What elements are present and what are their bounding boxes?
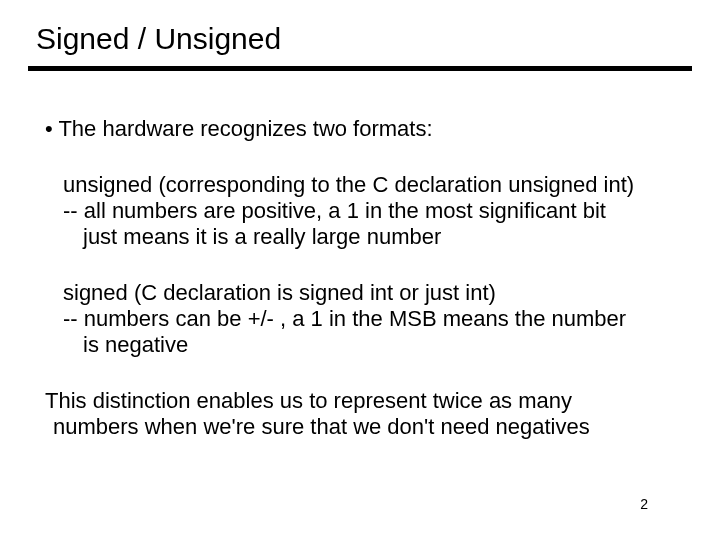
text-line: numbers when we're sure that we don't ne… [53,414,680,440]
block-signed: signed (C declaration is signed int or j… [63,280,680,358]
bullet-intro: • The hardware recognizes two formats: [45,116,680,142]
slide-body: • The hardware recognizes two formats: u… [45,116,680,440]
block-summary: This distinction enables us to represent… [45,388,680,440]
slide: Signed / Unsigned • The hardware recogni… [0,0,720,540]
text-line: -- numbers can be +/- , a 1 in the MSB m… [63,306,680,332]
text-line: unsigned (corresponding to the C declara… [63,172,680,198]
text-line: This distinction enables us to represent… [45,388,680,414]
text-line: signed (C declaration is signed int or j… [63,280,680,306]
page-number: 2 [640,496,648,512]
slide-title: Signed / Unsigned [36,22,281,56]
block-unsigned: unsigned (corresponding to the C declara… [63,172,680,250]
title-divider [28,66,692,71]
text-line: is negative [83,332,680,358]
text-line: just means it is a really large number [83,224,680,250]
text-line: -- all numbers are positive, a 1 in the … [63,198,680,224]
